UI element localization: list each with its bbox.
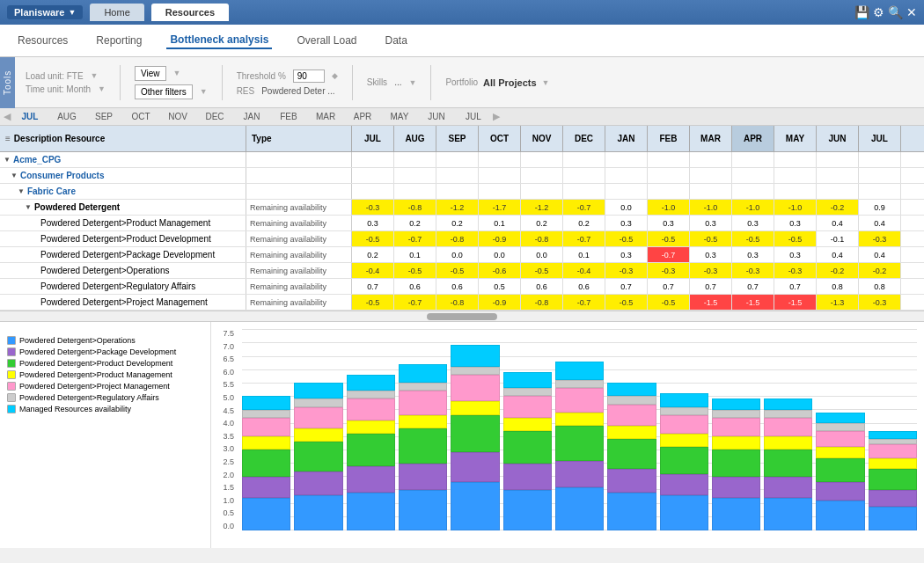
- scroll-month-jul[interactable]: JUL: [12, 111, 48, 122]
- other-filters-btn[interactable]: Other filters: [135, 84, 193, 99]
- cell-val: -0.5: [648, 295, 690, 310]
- cell-desc-consumer[interactable]: ▼Consumer Products: [0, 168, 246, 183]
- tab-resources[interactable]: Resources: [151, 4, 229, 21]
- bar-segment: [607, 396, 656, 404]
- bar-segment: [712, 398, 760, 409]
- cell-desc-projm1[interactable]: Powdered Detergent>Project Management: [0, 295, 246, 310]
- bar-segment: [660, 393, 708, 406]
- scroll-month-mar[interactable]: MAR: [308, 111, 343, 122]
- bar-segment: [294, 428, 342, 442]
- cell-desc-pkg1[interactable]: Powdered Detergent>Package Development: [0, 247, 246, 262]
- tree-arrow-icon[interactable]: ▼: [11, 172, 18, 179]
- cell-desc-pm1[interactable]: Powdered Detergent>Product Management: [0, 216, 246, 230]
- portfolio-dropdown-icon[interactable]: ▼: [542, 78, 550, 87]
- cell-desc-powdered[interactable]: ▼Powdered Detergent: [0, 200, 246, 215]
- scroll-month-dec[interactable]: DEC: [197, 111, 232, 122]
- tab-home[interactable]: Home: [90, 4, 143, 21]
- cell-desc-acme[interactable]: ▼Acme_CPG: [0, 152, 246, 167]
- scroll-month-sep[interactable]: SEP: [86, 111, 121, 122]
- bar-segment: [764, 477, 812, 498]
- cell-val: 0.3: [690, 216, 732, 230]
- cell-desc-pd1[interactable]: Powdered Detergent>Product Development: [0, 231, 246, 246]
- bar-segment: [399, 383, 447, 391]
- y-axis-label: 3.0: [211, 444, 234, 453]
- cell-val: [859, 168, 901, 183]
- close-icon[interactable]: ✕: [906, 5, 917, 19]
- scroll-month-aug[interactable]: AUG: [49, 111, 84, 122]
- cell-val: -0.3: [732, 263, 774, 278]
- view-dropdown-icon[interactable]: ▼: [173, 69, 181, 77]
- cell-val: -0.3: [690, 263, 732, 278]
- cell-val: [817, 168, 859, 183]
- cell-val: 0.2: [436, 216, 479, 230]
- threshold-slider-icon[interactable]: ◆: [332, 71, 338, 80]
- month-scroll[interactable]: ◀ JULAUGSEPOCTNOVDECJANFEBMARAPRMAYJUNJU…: [0, 108, 924, 126]
- y-axis-label: 7.0: [211, 342, 234, 351]
- bar-group: [347, 329, 395, 530]
- bar-segment: [242, 436, 290, 450]
- col-headers: ≡ Description Resource Type JULAUGSEPOCT…: [0, 126, 924, 152]
- scroll-month-jan[interactable]: JAN: [234, 111, 269, 122]
- cell-val: [479, 168, 521, 183]
- nav-overall-load[interactable]: Overall Load: [293, 33, 360, 48]
- tools-label: Tools: [0, 57, 15, 108]
- bar-group: [764, 329, 812, 530]
- scroll-right-icon[interactable]: ▶: [493, 111, 500, 122]
- skills-dropdown-icon[interactable]: ▼: [408, 78, 416, 87]
- nav-data[interactable]: Data: [382, 33, 411, 48]
- app-logo[interactable]: Planisware ▼: [7, 5, 83, 19]
- time-unit-dropdown-icon[interactable]: ▼: [98, 84, 106, 93]
- threshold-input[interactable]: [293, 69, 325, 83]
- scroll-month-oct[interactable]: OCT: [123, 111, 158, 122]
- cell-val: [394, 152, 436, 167]
- tree-arrow-icon[interactable]: ▼: [25, 203, 32, 211]
- cell-desc-ra1[interactable]: Powdered Detergent>Regulatory Affairs: [0, 279, 246, 294]
- nav-reporting[interactable]: Reporting: [92, 33, 145, 48]
- cell-val: [817, 184, 859, 199]
- cell-val: -0.5: [352, 295, 394, 310]
- bar-segment: [607, 439, 656, 469]
- scroll-left-icon[interactable]: ◀: [4, 111, 11, 122]
- y-axis-label: 4.5: [211, 406, 234, 415]
- cell-desc-fabric[interactable]: ▼Fabric Care: [0, 184, 246, 199]
- cell-val: [732, 168, 774, 183]
- cell-val: -1.0: [774, 200, 817, 215]
- scroll-month-jun[interactable]: JUN: [419, 111, 454, 122]
- h-scrollbar[interactable]: [0, 311, 924, 321]
- scroll-month-feb[interactable]: FEB: [271, 111, 306, 122]
- save-icon[interactable]: 💾: [854, 5, 869, 19]
- cell-val: 0.8: [859, 279, 901, 294]
- scroll-month-jul[interactable]: JUL: [456, 111, 491, 122]
- bar-segment: [764, 498, 812, 530]
- scroll-month-apr[interactable]: APR: [345, 111, 380, 122]
- bar-group: [607, 329, 656, 530]
- cell-desc-op1[interactable]: Powdered Detergent>Operations: [0, 263, 246, 278]
- load-unit-label: Load unit: FTE: [26, 71, 84, 81]
- cell-val: -0.8: [436, 295, 479, 310]
- scroll-month-may[interactable]: MAY: [382, 111, 417, 122]
- load-unit-dropdown-icon[interactable]: ▼: [91, 71, 99, 80]
- search-icon[interactable]: 🔍: [888, 5, 903, 19]
- cell-val: [648, 152, 690, 167]
- bar-segment: [399, 364, 447, 383]
- bar-segment: [242, 498, 290, 530]
- cell-val: -0.3: [352, 200, 394, 215]
- nav-bottleneck[interactable]: Bottleneck analysis: [166, 32, 272, 49]
- cell-val: 0.4: [859, 247, 901, 262]
- nav-resources[interactable]: Resources: [14, 33, 71, 48]
- h-scroll-thumb[interactable]: [427, 313, 497, 320]
- settings-icon[interactable]: ⚙: [873, 5, 884, 19]
- cell-val: -0.2: [859, 263, 901, 278]
- bar-group: [399, 329, 447, 530]
- scroll-month-nov[interactable]: NOV: [160, 111, 195, 122]
- dropdown-arrow-icon[interactable]: ▼: [68, 8, 76, 17]
- bar-segment: [347, 493, 395, 530]
- bar-segment: [347, 391, 395, 398]
- tree-arrow-icon[interactable]: ▼: [4, 156, 11, 164]
- bar-segment: [347, 466, 395, 494]
- tree-arrow-icon[interactable]: ▼: [18, 187, 25, 195]
- bar-segment: [555, 426, 604, 461]
- view-btn[interactable]: View: [135, 66, 166, 81]
- cell-val: -1.0: [648, 200, 690, 215]
- filters-dropdown-icon[interactable]: ▼: [200, 87, 208, 96]
